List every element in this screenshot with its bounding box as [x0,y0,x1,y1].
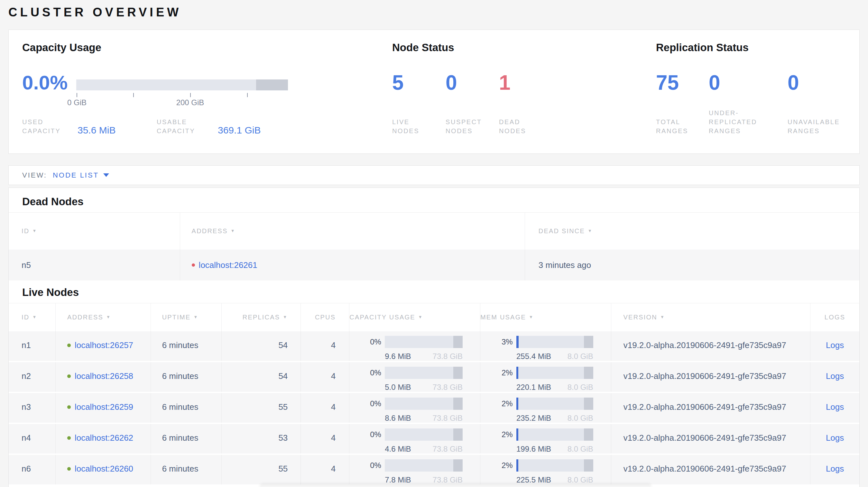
column-header-id[interactable]: ID▼ [9,303,56,331]
capacity-usage-percent: 0% [370,337,385,347]
mem-usage-used-value: 235.2 MiB [516,414,551,423]
sort-descending-icon: ▼ [193,315,198,319]
live-status-dot-icon [67,405,71,409]
mem-usage-bar-fill [516,336,519,348]
replicas-cell: 54 [222,362,301,392]
node-address-link[interactable]: localhost:26261 [199,260,257,270]
under-replicated-ranges-label: UNDER-REPLICATED RANGES [709,108,760,135]
column-header-label: LOGS [825,314,845,321]
node-address: localhost:26261 [192,260,257,270]
mem-usage-bar-fill [516,459,518,472]
node-id-cell: n4 [9,424,56,454]
used-capacity-value: 35.6 MiB [78,125,116,135]
node-address-link[interactable]: localhost:26262 [75,433,133,443]
capacity-usage-used-value: 5.0 MiB [385,383,411,392]
node-address: localhost:26258 [67,371,133,381]
live-nodes-label: LIVE NODES [392,118,431,135]
column-header-label: CAPACITY USAGE [349,314,415,321]
capacity-usage-percent: 0% [370,461,385,470]
mem-usage-total-value: 8.0 GiB [567,383,593,392]
mem-usage-bar-row: 2% [502,367,593,379]
column-header-dead-since[interactable]: DEAD SINCE▼ [525,213,859,250]
mem-usage-bar [516,397,593,410]
logs-link[interactable]: Logs [826,402,844,412]
node-address-link[interactable]: localhost:26258 [75,371,133,381]
live-status-dot-icon [67,436,71,440]
dead-nodes-heading: Dead Nodes [22,194,859,209]
sort-descending-icon: ▼ [32,228,37,233]
node-id-cell: n3 [9,393,56,423]
mem-usage-percent: 2% [502,461,516,470]
replication-status-title: Replication Status [656,41,749,54]
mem-usage-percent: 2% [502,399,516,408]
live-nodes-table-body: n1localhost:262576 minutes5440%9.6 MiB73… [9,331,859,484]
node-address-link[interactable]: localhost:26257 [75,340,133,350]
column-header-label: ID [22,314,29,321]
logs-link[interactable]: Logs [826,433,844,443]
mem-usage-bar-end-segment [584,367,593,379]
mem-usage: 2%225.5 MiB8.0 GiB [480,455,611,484]
column-header-replicas[interactable]: REPLICAS▼ [222,303,301,331]
replicas-cell: 55 [222,455,301,484]
column-header-capacity-usage[interactable]: CAPACITY USAGE▼ [349,303,480,331]
capacity-usage-percent: 0% [370,368,385,377]
uptime-cell: 6 minutes [151,362,222,392]
version-cell: v19.2.0-alpha.20190606-2491-gfe735c9a97 [611,331,810,361]
live-nodes-table-header: ID▼ADDRESS▼UPTIME▼REPLICAS▼CPUSCAPACITY … [9,303,859,331]
node-address-link[interactable]: localhost:26260 [75,464,133,474]
node-address-link[interactable]: localhost:26259 [75,402,133,412]
suspect-nodes-count: 0 [445,71,499,94]
logs-cell: Logs [810,331,859,361]
unavailable-ranges-count: 0 [787,71,868,94]
cpus-cell: 4 [301,362,349,392]
logs-link[interactable]: Logs [826,464,844,474]
column-header-uptime[interactable]: UPTIME▼ [151,303,222,331]
column-header-label: CPUS [315,314,336,321]
mem-usage-used-value: 255.4 MiB [516,352,551,361]
capacity-usage-bar-row: 0% [370,367,463,379]
capacity-usage-bar [385,428,463,441]
node-status-section: Node Status 5 LIVE NODES 0 SUSPECT NODES… [392,30,637,154]
column-header-id[interactable]: ID▼ [9,213,180,250]
page-title: CLUSTER OVERVIEW [8,4,860,20]
mem-usage: 2%235.2 MiB8.0 GiB [480,393,611,423]
capacity-usage-labels: 5.0 MiB73.8 GiB [385,383,463,392]
capacity-usage-bar-row: 0% [370,397,463,410]
uptime-cell: 6 minutes [151,455,222,484]
capacity-usage-total-value: 73.8 GiB [433,352,463,361]
live-node-row: n6localhost:262606 minutes5540%7.8 MiB73… [9,455,859,484]
capacity-usage-used-value: 4.6 MiB [385,445,411,454]
mem-usage: 2%199.6 MiB8.0 GiB [480,424,611,454]
total-ranges-stat: 75 TOTAL RANGES [656,71,709,135]
capacity-gauge-track [76,79,288,90]
capacity-usage-bar [385,397,463,410]
uptime-cell: 6 minutes [151,331,222,361]
capacity-usage: 0%8.6 MiB73.8 GiB [349,393,480,423]
capacity-usage-bar [385,459,463,472]
column-header-label: UPTIME [162,314,191,321]
column-header-label: VERSION [623,314,657,321]
logs-link[interactable]: Logs [826,371,844,381]
capacity-usage-bar-end-segment [453,428,463,441]
node-address-cell: localhost:26257 [56,331,151,361]
sort-descending-icon: ▼ [283,315,288,319]
capacity-usage: 0%7.8 MiB73.8 GiB [349,455,480,484]
mem-usage-bar-end-segment [584,459,593,472]
live-status-dot-icon [67,344,71,347]
node-id-cell: n5 [9,250,180,281]
node-address-cell: localhost:26258 [56,362,151,392]
column-header-mem-usage[interactable]: MEM USAGE▼ [480,303,611,331]
column-header-address[interactable]: ADDRESS▼ [180,213,525,250]
capacity-usage-percent: 0% [370,430,385,439]
view-label: VIEW: [22,171,47,180]
mem-usage-bar-end-segment [584,428,593,441]
node-address: localhost:26260 [67,464,133,474]
column-header-address[interactable]: ADDRESS▼ [56,303,151,331]
logs-link[interactable]: Logs [826,340,844,350]
live-nodes-heading: Live Nodes [22,285,859,300]
used-capacity-stat: USED CAPACITY 35.6 MiB [22,118,157,135]
sort-descending-icon: ▼ [418,315,423,319]
capacity-usage: 0%4.6 MiB73.8 GiB [349,424,480,454]
view-dropdown[interactable]: NODE LIST [53,171,109,180]
column-header-version[interactable]: VERSION▼ [611,303,811,331]
